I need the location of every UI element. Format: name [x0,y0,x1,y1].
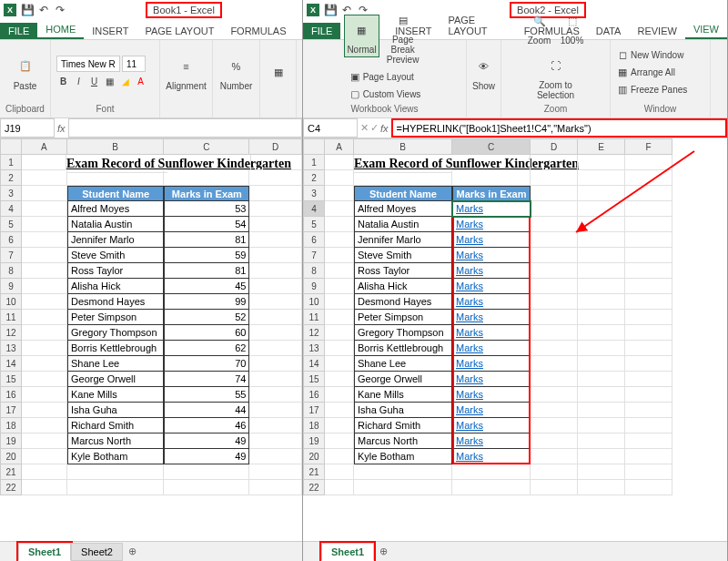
row-header[interactable]: 20 [303,449,325,464]
cell[interactable] [531,232,578,248]
cell[interactable] [625,418,672,434]
cell[interactable]: Marks [452,434,531,449]
hyperlink-marks[interactable]: Marks [456,342,483,353]
cell[interactable] [578,248,625,263]
cell[interactable]: Ross Taylor [67,263,164,279]
cell[interactable] [251,155,302,170]
cell[interactable] [22,356,67,372]
cell[interactable] [249,325,302,341]
cell[interactable] [325,341,354,356]
cell[interactable] [625,325,672,341]
italic-button[interactable]: I [72,75,86,88]
cell[interactable] [325,248,354,263]
cell[interactable] [531,464,578,480]
cond-format-button[interactable]: ▦ [264,57,293,87]
cell[interactable] [578,418,625,434]
cell[interactable] [249,480,302,495]
cell[interactable]: 81 [164,232,249,248]
cell[interactable] [531,387,578,403]
cell[interactable] [625,464,672,480]
cell[interactable] [325,356,354,372]
cell[interactable]: Steve Smith [354,248,452,263]
page-layout-button[interactable]: ▣Page Layout [347,68,423,85]
row-header[interactable]: 20 [0,449,22,464]
cell[interactable] [249,418,302,434]
cell[interactable] [67,170,164,186]
cell[interactable] [531,279,578,294]
cell[interactable]: 45 [164,279,249,294]
cell[interactable] [531,217,578,232]
font-size-combo[interactable]: 11 [122,56,146,72]
row-header[interactable]: 10 [303,294,325,310]
redo-icon[interactable]: ↷ [53,3,67,17]
tab-review[interactable]: REVIEW [629,23,684,39]
cell[interactable] [67,480,164,495]
row-header[interactable]: 12 [303,325,325,341]
cell[interactable] [578,434,625,449]
cell[interactable] [249,232,302,248]
cell[interactable]: Marks [452,372,531,387]
cell[interactable]: 62 [164,341,249,356]
cell[interactable] [22,403,67,418]
cell[interactable] [22,294,67,310]
cell[interactable] [578,464,625,480]
cell[interactable] [325,155,354,170]
cell[interactable] [325,372,354,387]
cell[interactable] [354,170,452,186]
cell[interactable]: 99 [164,294,249,310]
cell[interactable] [578,387,625,403]
cell[interactable] [249,201,302,217]
cell[interactable]: Peter Simpson [67,310,164,325]
cell[interactable] [452,480,531,495]
row-header[interactable]: 11 [303,310,325,325]
hyperlink-marks[interactable]: Marks [456,327,483,338]
arrange-all-button[interactable]: ▦Arrange All [614,64,706,80]
cell[interactable] [354,464,452,480]
tab-view[interactable]: VIEW [685,21,727,39]
zoom-button[interactable]: 🔍Zoom [525,6,554,47]
col-header[interactable]: D [531,138,578,155]
cell[interactable] [249,217,302,232]
cell[interactable] [249,387,302,403]
row-header[interactable]: 8 [0,263,22,279]
cell[interactable] [249,372,302,387]
hyperlink-marks[interactable]: Marks [456,203,483,214]
cell[interactable] [22,217,67,232]
cell[interactable]: Desmond Hayes [67,294,164,310]
cell[interactable]: 55 [164,387,249,403]
cell[interactable] [578,217,625,232]
cell[interactable]: Desmond Hayes [354,294,452,310]
new-sheet-button[interactable]: ⊕ [123,543,142,560]
cell[interactable] [578,232,625,248]
fx-icon[interactable]: fx [57,123,66,134]
cell[interactable] [531,155,578,170]
cell[interactable]: Marks [452,341,531,356]
col-header[interactable]: C [452,138,531,155]
cell[interactable] [22,434,67,449]
cell[interactable]: Marks [452,418,531,434]
cell[interactable] [625,356,672,372]
tab-formulas[interactable]: FORMULAS [222,23,294,39]
cell[interactable] [625,155,672,170]
cell[interactable] [452,464,531,480]
cell[interactable]: 52 [164,310,249,325]
cell[interactable] [531,403,578,418]
cell[interactable]: 70 [164,356,249,372]
cell[interactable] [531,310,578,325]
cell[interactable]: Marks [452,356,531,372]
hyperlink-marks[interactable]: Marks [456,296,483,307]
cell[interactable]: Peter Simpson [354,310,452,325]
save-icon[interactable]: 💾 [20,3,35,17]
freeze-panes-button[interactable]: ▥Freeze Panes [614,81,706,97]
cell[interactable]: Kane Mills [67,387,164,403]
cell[interactable] [531,248,578,263]
hyperlink-marks[interactable]: Marks [456,250,483,260]
cell[interactable]: Marks [452,310,531,325]
row-header[interactable]: 18 [0,418,22,434]
row-header[interactable]: 1 [303,155,325,170]
paste-button[interactable]: 📋Paste [11,52,40,93]
cell[interactable] [578,186,625,201]
cell[interactable]: Alfred Moyes [67,201,164,217]
cell[interactable] [325,201,354,217]
cell[interactable]: Jennifer Marlo [354,232,452,248]
